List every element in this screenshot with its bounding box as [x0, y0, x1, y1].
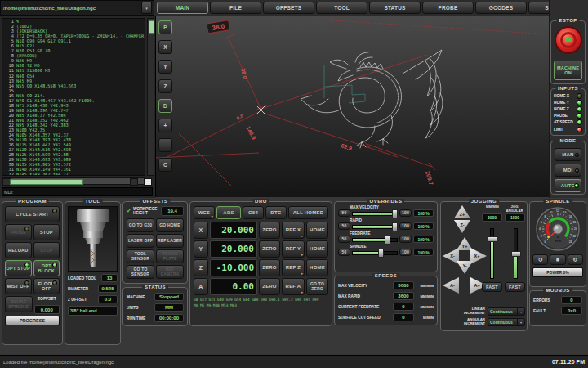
chevron-down-icon[interactable]: ▾ — [141, 2, 152, 14]
scrollbar-thumb[interactable] — [149, 20, 154, 34]
jog-z-minus-button[interactable]: Z- — [454, 220, 470, 233]
axis-x-button[interactable]: X — [194, 222, 208, 239]
max-velocity-slider[interactable] — [352, 209, 398, 217]
menu-tab-tool[interactable]: TOOL — [316, 2, 368, 14]
machine-on-button[interactable]: MACHINE ON — [554, 61, 582, 80]
go-to-sensor-button[interactable]: GO TO SENSOR — [127, 265, 154, 279]
mist-button[interactable]: MIST OFF — [5, 278, 32, 294]
spindle-cw-button[interactable]: ↻ — [568, 254, 583, 265]
ref-y-button[interactable]: REF Y — [282, 240, 305, 258]
menu-tab-probe[interactable]: PROBE — [422, 2, 474, 14]
view-p-button[interactable]: P — [158, 20, 172, 34]
jog-x-minus-button[interactable]: X- — [443, 248, 459, 264]
jog-linear-fast-button[interactable]: FAST — [482, 282, 502, 292]
reload-button[interactable]: RELOAD — [5, 242, 32, 258]
menu-tab-status[interactable]: STATUS — [369, 2, 421, 14]
cycle-start-button[interactable]: CYCLE START — [5, 206, 60, 222]
feedrate-slider[interactable] — [352, 236, 398, 243]
mode-auto-button[interactable]: AUTO — [555, 179, 581, 192]
spindle-slider[interactable] — [352, 249, 398, 256]
jog-angular-slider[interactable] — [511, 228, 519, 279]
ref-a-button[interactable]: REF A — [282, 278, 305, 295]
laser-off-button[interactable]: LASER OFF — [127, 234, 154, 248]
override-max-button[interactable]: 100 — [399, 236, 412, 243]
jog-y-minus-button[interactable]: Y- — [457, 261, 473, 274]
override-max-button[interactable]: 100 — [399, 209, 412, 217]
stop-button[interactable]: STOP — [33, 224, 60, 240]
home-x-button[interactable]: HOME — [306, 222, 328, 239]
all-homed-button[interactable]: ALL HOMED — [288, 206, 328, 219]
step-button[interactable]: STEP — [33, 242, 60, 258]
zero-z-button[interactable]: ZERO — [259, 259, 280, 276]
tool-sensor-button[interactable]: TOOL SENSOR — [127, 249, 154, 263]
menu-tab-file[interactable]: FILE — [210, 2, 261, 14]
go-to-zero-button[interactable]: GO TO ZERO — [306, 278, 328, 295]
z-offset-value: 0.0 — [98, 295, 118, 303]
override-max-button[interactable]: 100 — [399, 222, 412, 230]
opt-block-button[interactable]: OPT BLOCK — [33, 260, 60, 276]
wcs-button[interactable]: WCS — [194, 206, 215, 219]
mode-mdi-button[interactable]: MDI — [555, 164, 581, 177]
jog-z-plus-button[interactable]: Z+ — [454, 205, 470, 218]
opt-stop-button[interactable]: OPT STOP — [5, 260, 32, 276]
view-y-button[interactable]: Y — [158, 60, 172, 74]
pause-button[interactable]: PAUSE — [5, 224, 32, 240]
clear-plot-button[interactable]: C — [158, 158, 172, 172]
view-x-button[interactable]: X — [158, 40, 172, 54]
g54-button[interactable]: G54 — [243, 206, 264, 219]
pause-spindle-button[interactable]: PAUSE SPINDLE — [5, 296, 33, 312]
zero-a-button[interactable]: ZERO — [259, 278, 280, 295]
ref-x-button[interactable]: REF X — [282, 222, 305, 239]
menu-tab-offsets[interactable]: OFFSETS — [263, 2, 314, 14]
opt-block-led — [52, 263, 57, 267]
feedrate-override-value: 100 % — [413, 236, 434, 243]
go-home-button[interactable]: GO HOME — [156, 218, 184, 232]
spindle-stop-button[interactable]: ■ — [550, 254, 565, 265]
menu-tab-main[interactable]: MAIN — [157, 2, 208, 14]
home-y-button[interactable]: HOME — [306, 240, 328, 258]
menu-tab-gcodes[interactable]: GCODES — [475, 2, 527, 14]
mdi-input[interactable]: MDI: — [2, 187, 153, 196]
flood-button[interactable]: FLOOD OFF — [33, 278, 60, 294]
ref-z-button[interactable]: REF Z — [282, 259, 305, 276]
vertical-scrollbar[interactable] — [147, 18, 154, 176]
mode-man-button[interactable]: MAN — [555, 148, 581, 161]
axis-a-button[interactable]: A — [194, 278, 208, 295]
scroll-right-arrow[interactable] — [130, 178, 138, 186]
view-d-button[interactable]: D — [158, 99, 172, 113]
view-z-button[interactable]: Z — [158, 79, 172, 93]
zoom-in-button[interactable]: + — [158, 119, 172, 132]
ref-laser-button[interactable]: REF LASER — [156, 234, 184, 248]
spindle-ccw-button[interactable]: ↺ — [532, 254, 548, 265]
axis-y-button[interactable]: Y — [194, 240, 208, 258]
override-min-button[interactable]: 50 — [338, 236, 350, 243]
linear-increment-select[interactable]: Continuous▾ — [488, 307, 525, 316]
gcode-line[interactable]: 32 N145 X149.382 Y44.77 — [2, 172, 145, 176]
axis-z-button[interactable]: Z — [194, 259, 208, 276]
angular-increment-select[interactable]: Continuous▾ — [488, 318, 525, 326]
scrollbar-thumb[interactable] — [10, 179, 83, 185]
gcode-list[interactable]: 1 % 2 (1002) 3 (JOKERSBACK) 4 (T2 D=9.35… — [2, 18, 145, 176]
jog-a-minus-button[interactable]: A- — [443, 277, 459, 294]
zero-x-button[interactable]: ZERO — [259, 222, 280, 239]
rapid-slider[interactable] — [352, 222, 398, 230]
ref-camera-button[interactable]: REF CAMERA — [156, 265, 184, 279]
estop-button[interactable] — [555, 26, 582, 54]
override-min-button[interactable]: 50 — [338, 209, 350, 217]
override-max-button[interactable]: 100 — [399, 249, 412, 256]
zero-y-button[interactable]: ZERO — [259, 240, 280, 258]
horizontal-scrollbar[interactable] — [2, 177, 145, 185]
workpiece-height-value[interactable]: 19.4 — [161, 206, 184, 216]
abs-button[interactable]: ABS — [216, 206, 241, 219]
home-z-button[interactable]: HOME — [306, 259, 328, 276]
override-min-button[interactable]: 50 — [338, 222, 350, 230]
dtg-button[interactable]: DTG — [265, 206, 287, 219]
go-to-g30-button[interactable]: GO TO G30 — [127, 218, 154, 232]
loaded-file-dropdown[interactable]: /home/jim/linuxcnc/nc_files/Dragon.ngc ▾ — [0, 0, 154, 16]
zoom-out-button[interactable]: - — [158, 138, 172, 152]
touch-plate-button[interactable]: TOUCH PLATE — [156, 249, 184, 263]
jog-linear-slider[interactable] — [488, 228, 496, 279]
backplot-viewer[interactable]: P X Y Z D + - C — [155, 16, 549, 197]
override-min-button[interactable]: 50 — [338, 249, 350, 256]
jog-angular-fast-button[interactable]: FAST — [505, 282, 525, 292]
